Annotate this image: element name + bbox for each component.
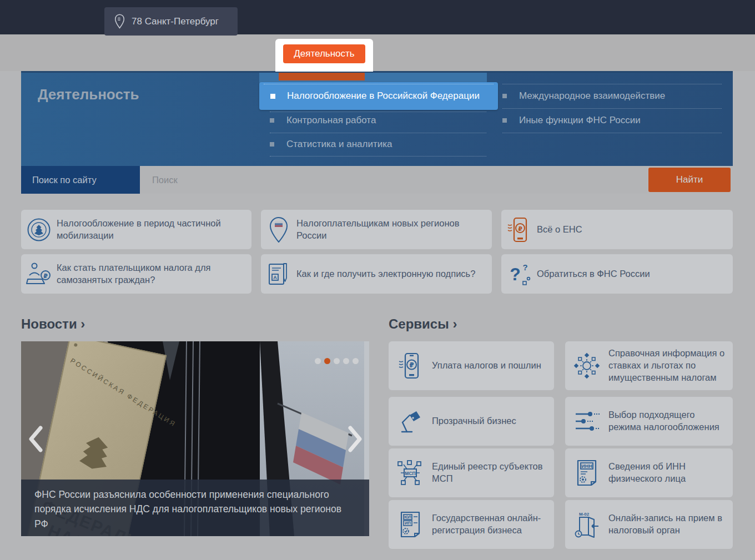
dropdown-item-label: Контрольная работа [286,115,376,126]
svg-text:?: ? [522,263,527,272]
dotted-separator [264,84,494,84]
svg-text:₽: ₽ [518,225,522,232]
dropdown-item-control-work[interactable]: Контрольная работа [270,114,376,127]
square-bullet-icon [502,94,507,98]
svg-text:₽: ₽ [409,361,414,369]
fns-homepage: 78 Санкт-Петербург 8-800-222-2222 ENG VK [0,0,755,560]
carousel-dot[interactable] [343,358,349,364]
quick-link-label: Как стать плательщиком налога для самоза… [57,262,251,286]
business-reg-icon: ЮЛ ИП [389,511,432,538]
tax-regime-icon [565,410,608,433]
dropdown-item-label: Международное взаимодействие [519,90,665,102]
quick-link-new-regions[interactable]: Налогоплательщикам новых регионов России [261,210,492,249]
news-heading[interactable]: Новости › [21,316,85,332]
region-label: 78 Санкт-Петербург [132,16,219,27]
region-selector[interactable]: 78 Санкт-Петербург [104,7,238,36]
service-tax-regime[interactable]: Выбор подходящего режима налогообложения [565,397,733,446]
quick-link-label: Налогообложение в период частичной мобил… [57,218,251,242]
selfemployed-icon: ₽ [21,262,57,286]
service-label: Прозрачный бизнес [432,415,524,427]
main-nav-bar [0,34,755,71]
service-label: Выбор подходящего режима налогообложения [608,409,733,433]
quick-link-esign[interactable]: А Как и где получить электронную подпись… [261,254,492,294]
svg-text:ЮЛ: ЮЛ [404,514,411,519]
service-property-rates[interactable]: Справочная информация о ставках и льгота… [565,341,733,390]
dropdown-item-other-functions[interactable]: Иные функции ФНС России [502,114,641,127]
property-rates-icon [565,352,608,379]
quick-link-label: Как и где получить электронную подпись? [296,268,485,280]
news-caption[interactable]: ФНС России разъяснила особенности примен… [21,480,369,536]
dotted-separator [270,112,486,112]
svg-text:ИНН: ИНН [581,463,592,469]
service-msp-registry[interactable]: МСП Единый реестр субъектов МСП [389,448,554,497]
svg-text:₽: ₽ [43,272,48,279]
square-bullet-icon [270,142,274,147]
pin-flag-icon [261,217,296,243]
activity-dropdown-panel: Деятельность Налогообложение в Российско… [21,71,733,166]
location-pin-icon [114,14,125,29]
dropdown-item-label: Статистика и аналитика [286,139,392,150]
chevron-right-icon: › [80,316,85,331]
svg-text:ИП: ИП [405,521,411,526]
service-label: Сведения об ИНН физического лица [608,461,733,485]
inn-document-icon: ИНН [565,460,608,486]
nav-item-activity[interactable]: Деятельность [283,44,365,63]
lamp-icon [389,408,432,434]
service-label: Уплата налогов и пошлин [432,360,549,372]
carousel-dot-active[interactable] [324,358,330,364]
carousel-dots [315,358,359,364]
dotted-separator [502,108,722,109]
services-heading-label: Сервисы [389,316,449,331]
square-bullet-icon [502,118,507,123]
dropdown-item-label: Налогообложение в Российской Федерации [287,90,480,102]
dropdown-item-international[interactable]: Международное взаимодействие [502,90,665,102]
quick-link-label: Всё о ЕНС [537,224,592,236]
service-pay-taxes[interactable]: ₽ Уплата налогов и пошлин [389,341,554,390]
dropdown-item-label: Иные функции ФНС России [519,115,641,126]
site-search-bar: Поиск по сайту Найти [21,166,733,194]
service-appointment[interactable]: М-02 Онлайн-запись на прием в налоговый … [565,500,733,549]
carousel-dot[interactable] [334,358,340,364]
quick-link-selfemployed[interactable]: ₽ Как стать плательщиком налога для само… [21,254,251,294]
carousel-dot[interactable] [315,358,321,364]
service-inn-info[interactable]: ИНН Сведения об ИНН физического лица [565,448,733,497]
search-submit-button[interactable]: Найти [648,168,731,192]
service-transparent-business[interactable]: Прозрачный бизнес [389,397,554,446]
esign-document-icon: А [261,262,296,286]
pay-phone-icon: ₽ [389,352,432,379]
quick-link-ens[interactable]: ₽ Всё о ЕНС [501,210,733,249]
carousel-dot[interactable] [353,358,359,364]
service-business-registration[interactable]: ЮЛ ИП Государственная онлайн-регистрация… [389,500,554,549]
chevron-right-icon: › [452,316,457,331]
quick-link-mobilization[interactable]: Налогообложение в период частичной мобил… [21,210,251,249]
ens-phone-icon: ₽ [501,217,537,243]
carousel-next-button[interactable] [348,426,363,452]
quick-link-contact-fns[interactable]: ? ? Обратиться в ФНС России [501,254,733,294]
news-heading-label: Новости [21,316,77,331]
dropdown-item-taxation[interactable]: Налогообложение в Российской Федерации [259,82,498,110]
svg-text:М-02: М-02 [579,512,590,517]
fns-emblem-icon [21,218,57,242]
msp-registry-icon: МСП [389,460,432,486]
carousel-prev-button[interactable] [28,426,43,452]
svg-text:А: А [273,275,277,280]
quick-link-label: Обратиться в ФНС России [537,268,660,280]
tour-spotlight-box: Деятельность [275,39,373,72]
dotted-separator [502,84,722,84]
service-label: Онлайн-запись на прием в налоговый орган [608,512,733,537]
service-label: Единый реестр субъектов МСП [432,461,554,485]
dropdown-item-statistics[interactable]: Статистика и аналитика [270,138,392,150]
services-heading[interactable]: Сервисы › [389,316,457,332]
news-carousel-slide[interactable]: РОССИЙСКАЯ ФЕДЕРАЦИЯ ФЕДЕРАЛЬН НАЛОГО [21,341,369,536]
square-bullet-icon [270,118,274,123]
svg-text:МСП: МСП [405,471,415,476]
dotted-separator [270,156,486,157]
square-bullet-icon [270,94,275,99]
question-icon: ? ? [501,261,537,287]
search-scope-label: Поиск по сайту [32,175,97,185]
search-input[interactable] [140,166,647,194]
active-tab-connector [279,73,365,80]
dropdown-title: Деятельность [38,86,139,103]
dotted-separator [502,133,722,133]
service-label: Справочная информация о ставках и льгота… [608,347,733,384]
